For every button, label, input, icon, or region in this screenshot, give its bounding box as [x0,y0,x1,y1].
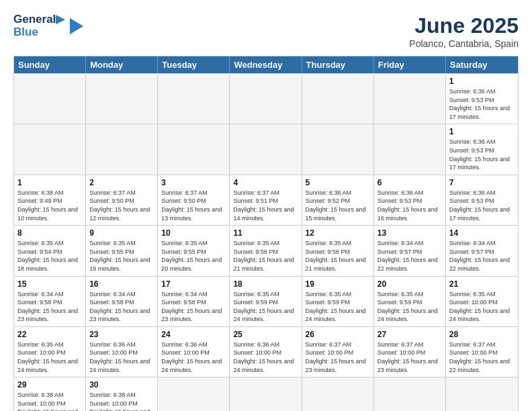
calendar-header: SundayMondayTuesdayWednesdayThursdayFrid… [14,56,518,73]
calendar-day: 4Sunrise: 6:37 AMSunset: 9:51 PMDaylight… [230,175,302,225]
calendar-day: 14Sunrise: 6:34 AMSunset: 9:57 PMDayligh… [446,226,518,275]
calendar-week: 29Sunrise: 6:38 AMSunset: 10:00 PMDaylig… [14,377,518,411]
calendar-day: 26Sunrise: 6:37 AMSunset: 10:00 PMDaylig… [302,327,374,377]
calendar-page: General▶ Blue June 2025 Polanco, Cantabr… [0,0,532,411]
empty-cell [14,74,86,124]
calendar-day: 9Sunrise: 6:35 AMSunset: 9:55 PMDaylight… [86,226,158,275]
logo: General▶ Blue [13,13,86,38]
day-header-monday: Monday [86,56,158,73]
calendar-day: 12Sunrise: 6:35 AMSunset: 9:56 PMDayligh… [302,226,374,275]
calendar-day: 18Sunrise: 6:35 AMSunset: 9:59 PMDayligh… [230,277,302,326]
calendar-day: 7Sunrise: 6:36 AMSunset: 9:53 PMDaylight… [446,175,518,225]
empty-cell [230,74,302,124]
calendar-day: 10Sunrise: 6:35 AMSunset: 9:55 PMDayligh… [158,226,230,275]
empty-cell [230,124,302,174]
title-block: June 2025 Polanco, Cantabria, Spain [409,13,519,49]
calendar-day: 27Sunrise: 6:37 AMSunset: 10:00 PMDaylig… [374,327,446,377]
calendar-day: 17Sunrise: 6:34 AMSunset: 9:58 PMDayligh… [158,277,230,326]
calendar-day: 13Sunrise: 6:34 AMSunset: 9:57 PMDayligh… [374,226,446,275]
calendar-day: 22Sunrise: 6:35 AMSunset: 10:00 PMDaylig… [14,327,86,377]
calendar-day: 2Sunrise: 6:37 AMSunset: 9:50 PMDaylight… [86,175,158,225]
calendar-week: 1Sunrise: 6:38 AMSunset: 9:49 PMDaylight… [14,175,518,225]
empty-cell [302,74,374,124]
calendar-day: 29Sunrise: 6:38 AMSunset: 10:00 PMDaylig… [14,377,86,411]
page-header: General▶ Blue June 2025 Polanco, Cantabr… [13,13,519,49]
calendar-day: 11Sunrise: 6:35 AMSunset: 9:56 PMDayligh… [230,226,302,275]
day-header-wednesday: Wednesday [230,56,302,73]
day-header-friday: Friday [374,56,446,73]
day-header-tuesday: Tuesday [158,56,230,73]
calendar-body: 1Sunrise: 6:36 AMSunset: 9:53 PMDaylight… [14,73,518,411]
calendar-day: 3Sunrise: 6:37 AMSunset: 9:50 PMDaylight… [158,175,230,225]
calendar-day: 28Sunrise: 6:37 AMSunset: 10:00 PMDaylig… [446,327,518,377]
calendar-day: 8Sunrise: 6:35 AMSunset: 9:54 PMDaylight… [14,226,86,275]
empty-cell [374,124,446,174]
calendar-day: 1Sunrise: 6:36 AMSunset: 9:53 PMDaylight… [446,74,518,124]
day-header-thursday: Thursday [302,56,374,73]
calendar-day: 6Sunrise: 6:36 AMSunset: 9:53 PMDaylight… [374,175,446,225]
calendar-day: 16Sunrise: 6:34 AMSunset: 9:58 PMDayligh… [86,277,158,326]
day-header-sunday: Sunday [14,56,86,73]
calendar-day: 20Sunrise: 6:35 AMSunset: 9:59 PMDayligh… [374,277,446,326]
calendar-week: 1Sunrise: 6:36 AMSunset: 9:53 PMDaylight… [14,73,518,124]
empty-cell [302,377,374,411]
logo-text: General▶ [13,13,64,26]
month-title: June 2025 [409,13,519,38]
calendar-week: 15Sunrise: 6:34 AMSunset: 9:58 PMDayligh… [14,276,518,326]
calendar-day: 19Sunrise: 6:35 AMSunset: 9:59 PMDayligh… [302,277,374,326]
empty-cell [446,377,518,411]
calendar-day: 24Sunrise: 6:36 AMSunset: 10:00 PMDaylig… [158,327,230,377]
empty-cell [230,377,302,411]
calendar-week: 8Sunrise: 6:35 AMSunset: 9:54 PMDaylight… [14,225,518,275]
calendar-day: 23Sunrise: 6:36 AMSunset: 10:00 PMDaylig… [86,327,158,377]
calendar-day: 1Sunrise: 6:36 AMSunset: 9:53 PMDaylight… [446,124,518,174]
calendar: SundayMondayTuesdayWednesdayThursdayFrid… [13,56,519,411]
empty-cell [374,377,446,411]
empty-cell [302,124,374,174]
calendar-day: 21Sunrise: 6:35 AMSunset: 10:00 PMDaylig… [446,277,518,326]
empty-cell [86,124,158,174]
calendar-week: 1Sunrise: 6:36 AMSunset: 9:53 PMDaylight… [14,124,518,174]
day-header-saturday: Saturday [446,56,518,73]
calendar-week: 22Sunrise: 6:35 AMSunset: 10:00 PMDaylig… [14,326,518,377]
empty-cell [374,74,446,124]
logo-icon [64,15,86,37]
calendar-day: 5Sunrise: 6:36 AMSunset: 9:52 PMDaylight… [302,175,374,225]
calendar-day: 1Sunrise: 6:38 AMSunset: 9:49 PMDaylight… [14,175,86,225]
calendar-day: 15Sunrise: 6:34 AMSunset: 9:58 PMDayligh… [14,277,86,326]
empty-cell [14,124,86,174]
location: Polanco, Cantabria, Spain [409,38,519,49]
empty-cell [158,124,230,174]
empty-cell [158,74,230,124]
calendar-day: 30Sunrise: 6:38 AMSunset: 10:00 PMDaylig… [86,377,158,411]
calendar-day: 25Sunrise: 6:36 AMSunset: 10:00 PMDaylig… [230,327,302,377]
empty-cell [86,74,158,124]
empty-cell [158,377,230,411]
svg-marker-0 [70,18,83,34]
logo-text2: Blue [13,26,64,39]
